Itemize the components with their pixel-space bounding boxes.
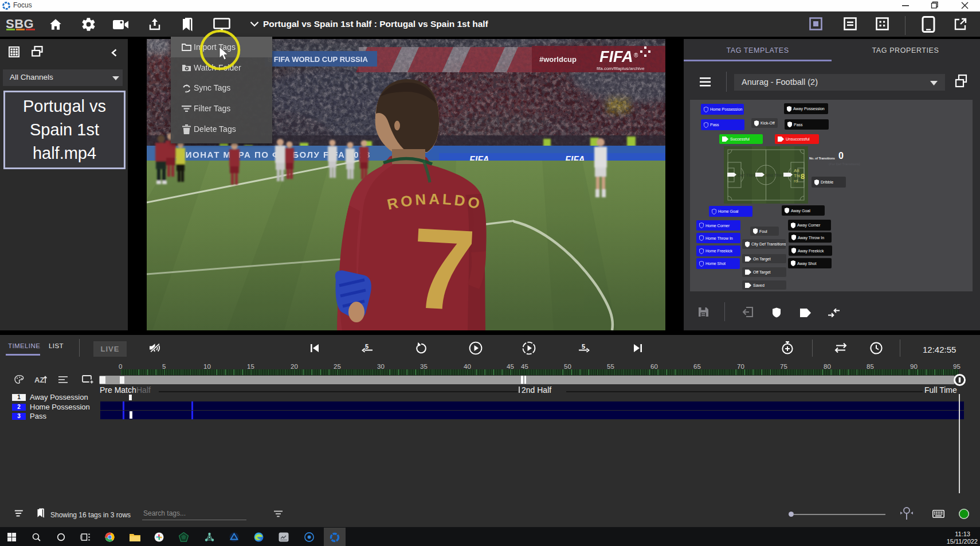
svg-text:5: 5 bbox=[582, 343, 585, 350]
svg-text:Thi: Thi bbox=[794, 173, 800, 178]
svg-text:Att: Att bbox=[794, 168, 800, 173]
svg-text:Def Third: Def Third bbox=[738, 173, 756, 178]
svg-text:AZ: AZ bbox=[34, 376, 44, 384]
svg-text:ЧЕМПИОНАТ МИРА ПО ФУТБОЛУ FIFA: ЧЕМПИОНАТ МИРА ПО ФУТБОЛУ FIFA 2018 bbox=[157, 150, 371, 159]
svg-text:8 FIFA WORLD CUP RUSSIA: 8 FIFA WORLD CUP RUSSIA bbox=[268, 55, 368, 64]
svg-text:7: 7 bbox=[408, 204, 479, 330]
svg-text:fifa.com/fifaplus/archive: fifa.com/fifaplus/archive bbox=[597, 66, 645, 71]
svg-text:5: 5 bbox=[365, 343, 369, 350]
svg-text:#worldcup: #worldcup bbox=[539, 55, 577, 64]
svg-text:Mid Third: Mid Third bbox=[766, 173, 785, 178]
svg-text:®: ® bbox=[634, 52, 638, 58]
svg-text:FIFA: FIFA bbox=[599, 48, 633, 65]
svg-text:8: 8 bbox=[801, 172, 805, 181]
svg-text:rd: rd bbox=[794, 178, 798, 184]
